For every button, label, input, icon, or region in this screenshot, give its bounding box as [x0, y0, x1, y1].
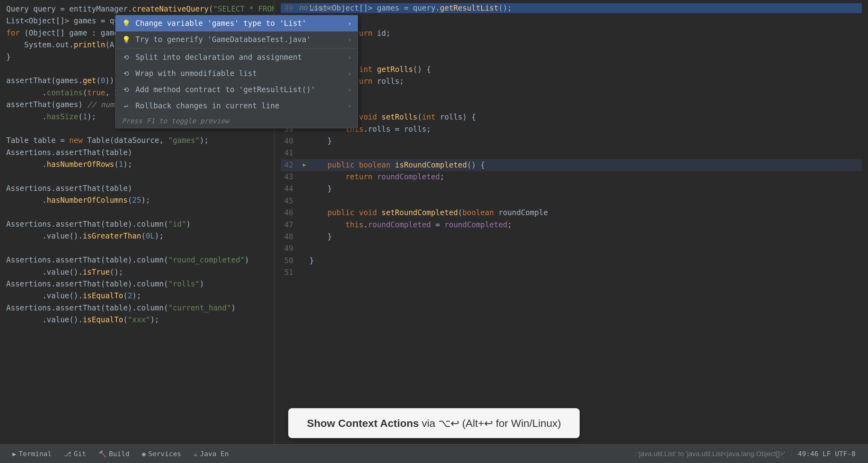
bulb-icon: 💡	[122, 35, 130, 44]
right-code-line: 43 return roundCompleted;	[281, 171, 862, 183]
menu-item-change-type[interactable]: 💡 Change variable 'games' type to 'List'…	[116, 15, 358, 31]
code-content: return roundCompleted;	[309, 171, 444, 183]
code-line: .value().isEqualTo("xxx");	[6, 314, 268, 326]
submenu-arrow-icon: ›	[348, 36, 351, 43]
menu-item-label: Change variable 'games' type to 'List'	[135, 19, 343, 28]
action-icon: ⟲	[122, 85, 130, 94]
submenu-arrow-icon: ›	[348, 102, 351, 110]
services-tab[interactable]: ◉ Services	[136, 444, 187, 463]
submenu-arrow-icon: ›	[348, 20, 351, 27]
menu-item-split[interactable]: ⟲ Split into declaration and assignment …	[116, 49, 358, 65]
line-number: 42	[281, 159, 300, 171]
submenu-arrow-icon: ›	[348, 70, 351, 77]
right-code-line: 42 ▶ public boolean isRoundCompleted() {	[281, 159, 862, 171]
git-tab[interactable]: ⎇ Git	[58, 444, 92, 463]
menu-item-add-contract[interactable]: ⟲ Add method contract to 'getResultList(…	[116, 82, 358, 98]
menu-item-label: Rollback changes in current line	[135, 101, 343, 110]
right-code-line: 51	[281, 267, 862, 278]
services-label: Services	[148, 450, 181, 458]
line-number: 44	[281, 183, 300, 195]
code-line: Assertions.assertThat(table).column("rou…	[6, 254, 268, 266]
right-code-line: 46 public void setRoundCompleted(boolean…	[281, 207, 862, 219]
java-env-label: Java En	[200, 450, 229, 458]
code-line: .hasNumberOfColumns(25);	[6, 194, 268, 206]
action-icon: ⟲	[122, 53, 130, 62]
java-env-icon: ☕	[194, 450, 197, 458]
right-code-line: 34 public int getRolls() {	[281, 63, 862, 75]
code-line: .value().isGreaterThan(0L);	[6, 230, 268, 242]
status-right-info: : 'java.util.List' to 'java.util.List<ja…	[628, 450, 862, 458]
tooltip-bold-text: Show Context Actions	[307, 417, 419, 429]
context-menu: 💡 Change variable 'games' type to 'List'…	[115, 15, 358, 128]
bottom-status-text: : 'java.util.List' to 'java.util.List<ja…	[628, 450, 791, 458]
right-code-line: 47 this.roundCompleted = roundCompleted;	[281, 219, 862, 231]
code-content: this.roundCompleted = roundCompleted;	[309, 219, 512, 231]
right-code-line: 38 public void setRolls(int rolls) {	[281, 111, 862, 123]
line-number: 48	[281, 231, 300, 243]
code-content: public boolean isRoundCompleted() {	[309, 159, 485, 171]
menu-item-wrap[interactable]: ⟲ Wrap with unmodifiable list ›	[116, 65, 358, 82]
highlighted-code-line: 49 List<Object[]> games = query.getResul…	[281, 3, 862, 13]
code-line	[6, 242, 268, 254]
right-code-line: 49	[281, 243, 862, 254]
code-content: }	[309, 231, 332, 243]
menu-item-generify[interactable]: 💡 Try to generify 'GameDatabaseTest.java…	[116, 31, 358, 48]
submenu-arrow-icon: ›	[348, 86, 351, 93]
terminal-tab[interactable]: ▶ Terminal	[6, 444, 58, 463]
right-code-line: 40 }	[281, 135, 862, 147]
menu-item-label: Add method contract to 'getResultList()'	[135, 85, 343, 94]
line-number: 50	[281, 255, 300, 267]
line-number: 47	[281, 219, 300, 231]
code-line: .hasNumberOfRows(1);	[6, 158, 268, 170]
line-number: 45	[281, 195, 300, 207]
right-code-line: 39 this.rolls = rolls;	[281, 123, 862, 135]
code-content: }	[309, 183, 332, 195]
line-number: 41	[281, 147, 300, 159]
terminal-label: Terminal	[19, 450, 52, 458]
action-icon: ⟲	[122, 69, 130, 78]
code-line: .value().isEqualTo(2);	[6, 290, 268, 302]
menu-footer: Press F1 to toggle preview	[116, 114, 358, 128]
code-line: Query query = entityManager.createNative…	[6, 3, 268, 15]
right-code-line: 45	[281, 195, 862, 207]
code-line: Assertions.assertThat(table).column("id"…	[6, 218, 268, 230]
code-content: public void setRoundCompleted(boolean ro…	[309, 207, 548, 219]
build-icon: 🔨	[99, 450, 106, 458]
code-line: .value().isTrue();	[6, 266, 268, 278]
menu-divider	[116, 48, 358, 49]
submenu-arrow-icon: ›	[348, 54, 351, 61]
line-number: 40	[281, 135, 300, 147]
bulb-icon: 💡	[122, 19, 130, 28]
code-content: List<Object[]> games = query.getResultLi…	[309, 4, 512, 12]
tooltip-banner: Show Context Actions via ⌥↩ (Alt+↩ for W…	[288, 408, 580, 438]
line-number: 49	[281, 243, 300, 254]
menu-item-rollback[interactable]: ↩ Rollback changes in current line ›	[116, 98, 358, 114]
menu-item-label: Try to generify 'GameDatabaseTest.java'	[135, 35, 343, 44]
code-line: Assertions.assertThat(table).column("cur…	[6, 302, 268, 314]
code-line: Assertions.assertThat(table)	[6, 182, 268, 194]
tooltip-normal-text: via ⌥↩ (Alt+↩ for Win/Linux)	[419, 417, 561, 429]
right-code-line: 31 return id;	[281, 27, 862, 39]
code-line: Assertions.assertThat(table)	[6, 147, 268, 158]
right-code-pane: no usages 49 List<Object[]> games = quer…	[275, 0, 868, 444]
right-code-line: 44 }	[281, 183, 862, 195]
status-bar: ▶ Terminal ⎇ Git 🔨 Build ◉ Services ☕ Ja…	[0, 444, 868, 463]
git-icon: ⎇	[64, 450, 71, 458]
java-env-tab[interactable]: ☕ Java En	[187, 444, 235, 463]
terminal-icon: ▶	[12, 450, 16, 458]
right-code-line: 35 return rolls;	[281, 75, 862, 87]
menu-item-label: Split into declaration and assignment	[135, 53, 343, 62]
git-label: Git	[74, 450, 86, 458]
build-tab[interactable]: 🔨 Build	[92, 444, 136, 463]
rollback-icon: ↩	[122, 101, 130, 110]
cursor-position: 49:46 LF UTF-8	[792, 450, 862, 458]
right-code-line: 41	[281, 147, 862, 159]
line-number: 46	[281, 207, 300, 219]
right-code-line: 37	[281, 99, 862, 111]
code-content: }	[309, 255, 314, 267]
build-label: Build	[109, 450, 129, 458]
right-code-line: 50 }	[281, 255, 862, 267]
right-code-line: 36 }	[281, 87, 862, 99]
code-line	[6, 170, 268, 182]
code-line: Table table = new Table(dataSource, "gam…	[6, 134, 268, 146]
